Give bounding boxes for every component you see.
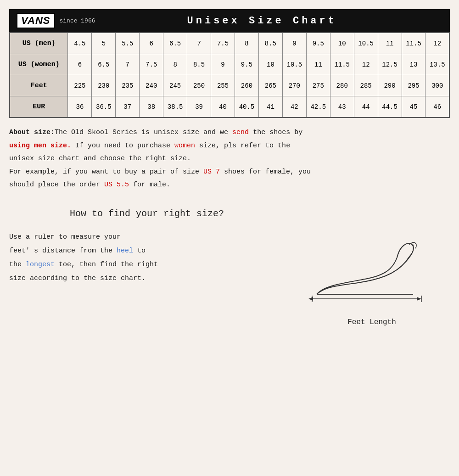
heel-text: heel — [117, 247, 133, 255]
table-cell: 40.5 — [235, 96, 258, 118]
since-text: since 1966 — [60, 17, 95, 24]
table-cell: 9 — [211, 54, 235, 75]
table-cell: 42.5 — [306, 96, 330, 118]
table-cell: 5 — [92, 33, 116, 54]
how-line1: Use a ruler to measure your — [9, 230, 285, 244]
table-cell: 39 — [187, 96, 211, 118]
table-cell: 44.5 — [378, 96, 402, 118]
how-text: How to find your right size? Use a ruler… — [9, 205, 285, 286]
table-cell: 46 — [425, 96, 449, 118]
table-cell: 10.5 — [354, 33, 378, 54]
row-label: EUR — [10, 96, 68, 118]
table-cell: 6.5 — [163, 33, 187, 54]
chart-title: Unisex Size Chart — [109, 15, 415, 27]
table-cell: 230 — [92, 75, 116, 96]
table-cell: 11 — [378, 33, 402, 54]
using-men-size: using men size. — [9, 142, 71, 150]
table-cell: 13 — [402, 54, 425, 75]
table-cell: 7.5 — [211, 33, 235, 54]
about-line1: The Old Skool Series is unisex size and … — [55, 129, 232, 136]
table-cell: 275 — [306, 75, 330, 96]
table-cell: 7 — [187, 33, 211, 54]
table-cell: 9.5 — [306, 33, 330, 54]
table-cell: 44 — [354, 96, 378, 118]
svg-marker-3 — [417, 297, 421, 301]
about-section: About size:The Old Skool Series is unise… — [9, 126, 450, 192]
size-table: US (men)4.555.566.577.588.599.51010.5111… — [9, 32, 450, 118]
how-section: How to find your right size? Use a ruler… — [9, 205, 450, 326]
table-row: EUR3636.5373838.5394040.5414242.5434444.… — [10, 96, 449, 118]
row-label: US (women) — [10, 54, 68, 75]
table-cell: 8 — [163, 54, 187, 75]
table-cell: 6 — [140, 33, 163, 54]
row-label: US (men) — [10, 33, 68, 54]
how-line2b: to — [133, 247, 146, 255]
table-cell: 36.5 — [92, 96, 116, 118]
table-cell: 245 — [163, 75, 187, 96]
table-cell: 7.5 — [140, 54, 163, 75]
table-cell: 11.5 — [402, 33, 425, 54]
table-cell: 38 — [140, 96, 163, 118]
table-cell: 7 — [116, 54, 140, 75]
table-cell: 300 — [425, 75, 449, 96]
table-cell: 295 — [402, 75, 425, 96]
table-cell: 36 — [68, 96, 92, 118]
table-cell: 240 — [140, 75, 163, 96]
feet-length-label: Feet Length — [294, 318, 450, 326]
row-label: Feet — [10, 75, 68, 96]
table-cell: 12 — [354, 54, 378, 75]
table-cell: 8.5 — [258, 33, 282, 54]
table-cell: 8.5 — [187, 54, 211, 75]
how-line3a: the — [9, 261, 26, 269]
how-title: How to find your right size? — [9, 205, 285, 223]
how-line3b: toe, then find the right — [55, 261, 158, 269]
table-cell: 10.5 — [282, 54, 306, 75]
how-line2a: feet' s distance from the — [9, 247, 117, 255]
women-text: women — [174, 142, 195, 150]
table-cell: 6.5 — [92, 54, 116, 75]
vans-logo: VANS — [17, 13, 55, 28]
header: VANS since 1966 Unisex Size Chart — [9, 9, 450, 32]
about-line5a: should place the order — [9, 181, 104, 189]
table-cell: 265 — [258, 75, 282, 96]
how-line4: size according to the size chart. — [9, 272, 285, 286]
table-cell: 4.5 — [68, 33, 92, 54]
table-cell: 12.5 — [378, 54, 402, 75]
table-cell: 42 — [282, 96, 306, 118]
us7-text: US 7 — [203, 168, 220, 176]
about-line4a: For example, if you want to buy a pair o… — [9, 168, 203, 176]
table-cell: 41 — [258, 96, 282, 118]
about-line4b: shoes for female, you — [220, 168, 311, 176]
table-cell: 40 — [211, 96, 235, 118]
how-line3: the longest toe, then find the right — [9, 258, 285, 272]
table-cell: 5.5 — [116, 33, 140, 54]
table-cell: 250 — [187, 75, 211, 96]
table-cell: 235 — [116, 75, 140, 96]
send-text: send — [232, 129, 249, 136]
table-cell: 255 — [211, 75, 235, 96]
about-label: About size: — [9, 129, 55, 136]
table-cell: 11 — [306, 54, 330, 75]
us55-text: US 5.5 — [104, 181, 129, 189]
about-line2b: size, pls refer to the — [195, 142, 290, 150]
table-cell: 9 — [282, 33, 306, 54]
table-cell: 290 — [378, 75, 402, 96]
table-cell: 8 — [235, 33, 258, 54]
shoe-svg — [303, 232, 441, 315]
shoe-diagram: Feet Length — [294, 232, 450, 326]
table-cell: 12 — [425, 33, 449, 54]
table-cell: 11.5 — [330, 54, 354, 75]
table-cell: 10 — [330, 33, 354, 54]
table-cell: 270 — [282, 75, 306, 96]
table-cell: 38.5 — [163, 96, 187, 118]
about-line1b: the shoes by — [249, 129, 302, 136]
about-line5b: for male. — [129, 181, 170, 189]
table-cell: 9.5 — [235, 54, 258, 75]
table-cell: 225 — [68, 75, 92, 96]
table-cell: 37 — [116, 96, 140, 118]
about-line2: If you need to purchase — [71, 142, 174, 150]
about-line3: unisex size chart and choose the right s… — [9, 152, 450, 166]
table-row: Feet225230235240245250255260265270275280… — [10, 75, 449, 96]
table-cell: 260 — [235, 75, 258, 96]
table-cell: 6 — [68, 54, 92, 75]
